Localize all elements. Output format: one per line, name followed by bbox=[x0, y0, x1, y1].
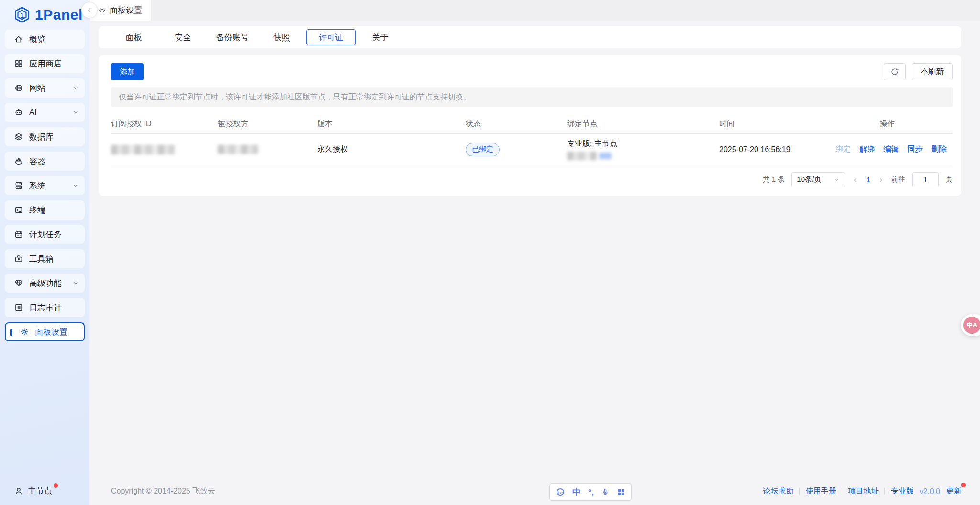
current-page[interactable]: 1 bbox=[866, 176, 870, 184]
update-link[interactable]: 更新 bbox=[946, 486, 961, 496]
window-tab-label: 面板设置 bbox=[110, 5, 142, 16]
bind-action-link[interactable]: 绑定 bbox=[835, 144, 851, 154]
add-button[interactable]: 添加 bbox=[111, 63, 144, 80]
column-header: 时间 bbox=[719, 119, 835, 129]
sidebar-item-overview[interactable]: 概览 bbox=[5, 30, 85, 49]
sidebar-item-container[interactable]: 容器 bbox=[5, 152, 85, 171]
sidebar-item-label: 日志审计 bbox=[29, 302, 62, 313]
refresh-button[interactable] bbox=[884, 63, 906, 80]
tab-panel[interactable]: 面板 bbox=[109, 29, 158, 45]
keyboard-grid-icon[interactable] bbox=[617, 488, 625, 496]
sidebar-item-label: 计划任务 bbox=[29, 229, 62, 240]
chinese-mode-icon[interactable]: 中 bbox=[572, 486, 581, 498]
sidebar-item-database[interactable]: 数据库 bbox=[5, 127, 85, 146]
translate-floating-button[interactable]: 中A bbox=[961, 314, 980, 336]
sidebar-item-label: 网站 bbox=[29, 83, 45, 94]
tab-about[interactable]: 关于 bbox=[356, 29, 405, 45]
page-size-value: 10条/页 bbox=[797, 175, 821, 184]
brand-logo[interactable]: 1 1Panel bbox=[0, 0, 89, 30]
cell-bound-node: 专业版: 主节点 bbox=[567, 139, 719, 160]
goto-page-input[interactable] bbox=[912, 172, 939, 187]
app-root: 1 1Panel 概览应用商店网站AI数据库容器系统终端计划任务工具箱高级功能日… bbox=[0, 0, 980, 505]
sidebar-node-switcher[interactable]: 主节点 bbox=[0, 485, 89, 505]
robot-icon bbox=[14, 108, 23, 117]
cell-status: 已绑定 bbox=[466, 143, 567, 156]
goto-label: 前往 bbox=[891, 175, 905, 184]
copyright-text: Copyright © 2014-2025 飞致云 bbox=[111, 486, 215, 496]
sidebar-nav: 概览应用商店网站AI数据库容器系统终端计划任务工具箱高级功能日志审计面板设置 bbox=[0, 30, 89, 341]
pagination-total: 共 1 条 bbox=[763, 175, 785, 184]
sync-action-link[interactable]: 同步 bbox=[907, 144, 923, 154]
sidebar-item-ai[interactable]: AI bbox=[5, 103, 85, 122]
sidebar-collapse-button[interactable] bbox=[81, 2, 98, 18]
cell-licensee bbox=[218, 145, 317, 154]
sidebar-item-label: 应用商店 bbox=[29, 58, 62, 69]
brand-name: 1Panel bbox=[35, 7, 83, 23]
license-card: 添加 不刷新 仅当许可证正常绑定到节点时，该许可证才能添加社区版节点，只有正常绑… bbox=[99, 55, 961, 196]
settings-tabs-card: 面板安全备份账号快照许可证关于 bbox=[99, 26, 961, 48]
microphone-icon[interactable] bbox=[601, 488, 610, 496]
sidebar-item-label: AI bbox=[29, 108, 37, 117]
tab-snapshot[interactable]: 快照 bbox=[257, 29, 306, 45]
unbind-action-link[interactable]: 解绑 bbox=[859, 144, 875, 154]
footer-link-manual[interactable]: 使用手册 bbox=[805, 486, 836, 496]
toolbox-icon bbox=[14, 254, 23, 263]
1panel-logo-icon: 1 bbox=[13, 6, 31, 23]
footer-link-separator bbox=[884, 488, 885, 495]
column-header: 被授权方 bbox=[218, 119, 317, 129]
cell-time: 2025-07-20 16:56:19 bbox=[719, 145, 835, 154]
row-actions: 绑定解绑编辑同步删除 bbox=[835, 144, 953, 154]
license-notice: 仅当许可证正常绑定到节点时，该许可证才能添加社区版节点，只有正常绑定到许可证的节… bbox=[111, 87, 953, 107]
prev-page-button[interactable]: ‹ bbox=[854, 175, 857, 185]
cell-actions: 绑定解绑编辑同步删除 bbox=[835, 144, 953, 154]
column-header: 操作 bbox=[835, 119, 953, 129]
page-size-select[interactable]: 10条/页 bbox=[791, 172, 845, 187]
sidebar-item-label: 终端 bbox=[29, 205, 45, 216]
column-header: 版本 bbox=[317, 119, 466, 129]
chevron-down-icon bbox=[833, 176, 840, 183]
footer-links: 论坛求助使用手册项目地址专业版v2.0.0更新 bbox=[763, 486, 961, 496]
next-page-button[interactable]: › bbox=[880, 175, 882, 185]
server-icon bbox=[14, 181, 23, 190]
column-header: 绑定节点 bbox=[567, 119, 719, 129]
no-refresh-button[interactable]: 不刷新 bbox=[912, 63, 953, 80]
sidebar-item-website[interactable]: 网站 bbox=[5, 78, 85, 98]
sidebar-item-terminal[interactable]: 终端 bbox=[5, 200, 85, 220]
edit-action-link[interactable]: 编辑 bbox=[883, 144, 899, 154]
tab-security[interactable]: 安全 bbox=[158, 29, 208, 45]
sidebar-item-app-store[interactable]: 应用商店 bbox=[5, 54, 85, 73]
calendar-icon bbox=[14, 230, 23, 239]
sidebar-item-advanced[interactable]: 高级功能 bbox=[5, 274, 85, 293]
footer-link-project[interactable]: 项目地址 bbox=[848, 486, 879, 496]
footer-link-pro[interactable]: 专业版 bbox=[891, 486, 913, 496]
sidebar-item-toolbox[interactable]: 工具箱 bbox=[5, 249, 85, 268]
tab-backup[interactable]: 备份账号 bbox=[208, 29, 257, 45]
license-table: 订阅授权 ID被授权方版本状态绑定节点时间操作 永久授权 已绑定 bbox=[111, 115, 953, 165]
sidebar-item-log-audit[interactable]: 日志审计 bbox=[5, 298, 85, 317]
sidebar-item-settings[interactable]: 面板设置 bbox=[5, 322, 85, 341]
sidebar-item-label: 工具箱 bbox=[29, 253, 54, 264]
ime-toolbar[interactable]: iFLY中°, bbox=[549, 483, 632, 501]
table-row: 永久授权 已绑定 专业版: 主节点 bbox=[111, 134, 953, 165]
sidebar-item-system[interactable]: 系统 bbox=[5, 176, 85, 195]
logs-icon bbox=[14, 303, 23, 312]
sidebar-item-cron[interactable]: 计划任务 bbox=[5, 225, 85, 244]
chevron-left-icon bbox=[86, 6, 93, 14]
masked-node-name bbox=[567, 152, 719, 160]
sidebar-item-label: 容器 bbox=[29, 156, 45, 167]
ifly-logo-icon[interactable]: iFLY bbox=[556, 487, 565, 497]
window-tab-settings[interactable]: 面板设置 bbox=[90, 0, 151, 21]
status-badge: 已绑定 bbox=[466, 143, 500, 156]
table-header-row: 订阅授权 ID被授权方版本状态绑定节点时间操作 bbox=[111, 115, 953, 134]
content-area: 面板安全备份账号快照许可证关于 添加 不刷新 仅当许可证正常绑定到节点时，该许可… bbox=[89, 21, 980, 481]
pager-arrows: ‹ 1 › bbox=[854, 175, 882, 185]
delete-action-link[interactable]: 删除 bbox=[931, 144, 947, 154]
footer-link-forum[interactable]: 论坛求助 bbox=[763, 486, 793, 496]
sidebar-item-label: 面板设置 bbox=[35, 327, 67, 338]
sidebar-item-label: 高级功能 bbox=[29, 278, 62, 289]
punctuation-icon[interactable]: °, bbox=[588, 487, 594, 497]
masked-licensee bbox=[218, 145, 258, 154]
column-header: 订阅授权 ID bbox=[111, 119, 218, 129]
window-tabstrip: 面板设置 bbox=[89, 0, 980, 21]
tab-license[interactable]: 许可证 bbox=[306, 29, 356, 45]
